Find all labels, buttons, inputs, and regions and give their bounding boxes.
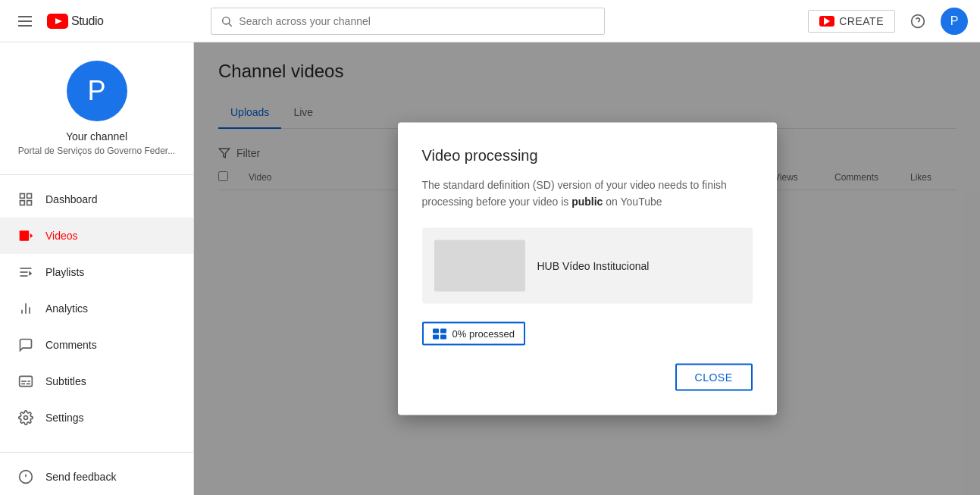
svg-marker-15: [29, 271, 32, 276]
dialog-message: The standard definition (SD) version of …: [422, 176, 753, 210]
svg-rect-10: [20, 230, 30, 240]
progress-icon: [433, 328, 446, 339]
sidebar-label-settings: Settings: [45, 412, 84, 424]
search-input[interactable]: [239, 15, 595, 27]
subtitles-icon: [18, 374, 33, 389]
svg-rect-7: [27, 194, 32, 199]
progress-row: 0% processed: [422, 322, 753, 346]
settings-icon: [18, 410, 33, 425]
sidebar-label-dashboard: Dashboard: [45, 193, 98, 205]
sidebar-label-subtitles: Subtitles: [45, 375, 86, 387]
sidebar-item-videos[interactable]: Videos: [0, 218, 193, 254]
help-icon: [910, 14, 925, 29]
close-button[interactable]: CLOSE: [675, 364, 753, 391]
svg-point-2: [223, 17, 230, 23]
send-feedback-icon: [18, 469, 33, 484]
comments-icon: [18, 337, 33, 352]
dialog-title: Video processing: [422, 146, 753, 164]
header: Studio CREATE P: [0, 0, 980, 42]
sidebar-item-comments[interactable]: Comments: [0, 327, 193, 363]
create-button[interactable]: CREATE: [808, 10, 895, 33]
progress-icon-cell-4: [440, 334, 446, 339]
progress-icon-cell-2: [440, 328, 446, 333]
create-label: CREATE: [839, 15, 884, 27]
dialog-message-bold: public: [571, 196, 603, 208]
help-button[interactable]: [904, 8, 931, 35]
sidebar-item-dashboard[interactable]: Dashboard: [0, 181, 193, 218]
progress-box: 0% processed: [422, 322, 525, 346]
search-icon: [221, 15, 233, 27]
sidebar-divider: [0, 174, 193, 175]
sidebar-bottom-divider: [0, 452, 193, 453]
svg-rect-6: [20, 194, 25, 199]
sidebar-item-analytics[interactable]: Analytics: [0, 290, 193, 327]
progress-text: 0% processed: [452, 328, 515, 340]
search-bar[interactable]: [211, 8, 605, 35]
sidebar-spacer: [0, 436, 193, 452]
svg-rect-9: [27, 201, 32, 205]
channel-name: Your channel: [66, 130, 127, 143]
dashboard-icon: [18, 192, 33, 207]
youtube-studio-logo: Studio: [47, 14, 103, 29]
channel-avatar[interactable]: P: [67, 61, 127, 121]
main-content: Channel videos Uploads Live Filter Video…: [194, 42, 980, 495]
sidebar-item-playlists[interactable]: Playlists: [0, 254, 193, 290]
video-thumbnail: [434, 240, 525, 292]
progress-icon-cell-3: [433, 334, 439, 339]
dialog-actions: CLOSE: [422, 364, 753, 391]
sidebar-label-comments: Comments: [45, 339, 97, 351]
video-processing-dialog: Video processing The standard definition…: [398, 122, 777, 415]
sidebar-label-analytics: Analytics: [45, 302, 88, 315]
header-right: CREATE P: [808, 8, 968, 35]
channel-info: P Your channel Portal de Serviços do Gov…: [0, 42, 193, 168]
hamburger-menu[interactable]: [12, 10, 38, 33]
progress-icon-cell-1: [433, 328, 439, 333]
sidebar-item-settings[interactable]: Settings: [0, 399, 193, 436]
svg-marker-11: [30, 233, 33, 239]
avatar[interactable]: P: [941, 8, 968, 35]
youtube-icon: [47, 14, 68, 29]
channel-handle: Portal de Serviços do Governo Feder...: [18, 146, 175, 156]
sidebar-item-subtitles[interactable]: Subtitles: [0, 363, 193, 399]
sidebar-label-send-feedback: Send feedback: [45, 471, 116, 483]
svg-point-24: [24, 416, 28, 420]
studio-label: Studio: [71, 14, 103, 28]
svg-line-3: [229, 23, 232, 27]
sidebar-label-playlists: Playlists: [45, 266, 84, 278]
svg-rect-8: [20, 201, 25, 205]
playlists-icon: [18, 265, 33, 280]
create-video-icon: [819, 16, 834, 27]
video-preview: HUB Vídeo Institucional: [422, 228, 753, 304]
analytics-icon: [18, 301, 33, 316]
dialog-message-part2: on YouTube: [603, 196, 662, 208]
layout: P Your channel Portal de Serviços do Gov…: [0, 42, 980, 495]
sidebar-item-send-feedback[interactable]: Send feedback: [0, 459, 193, 495]
header-left: Studio: [12, 10, 103, 33]
sidebar: P Your channel Portal de Serviços do Gov…: [0, 42, 194, 495]
videos-icon: [18, 228, 33, 243]
sidebar-label-videos: Videos: [45, 230, 78, 242]
video-title: HUB Vídeo Institucional: [537, 260, 650, 272]
